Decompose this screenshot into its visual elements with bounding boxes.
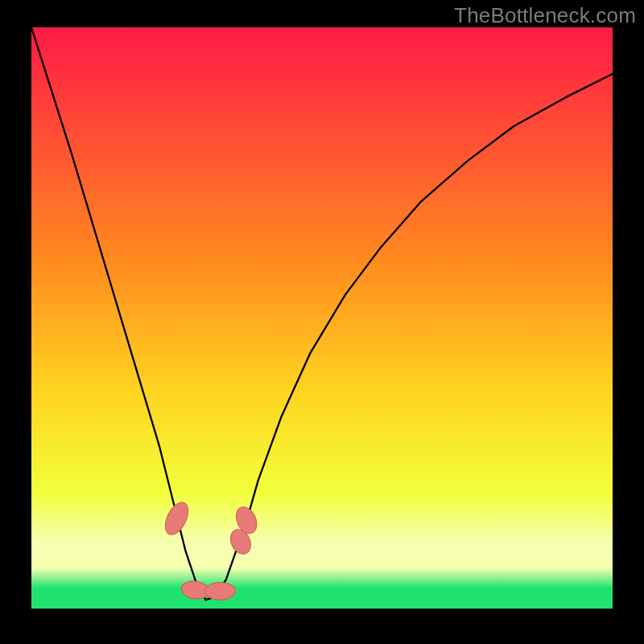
watermark-text: TheBottleneck.com — [454, 3, 636, 28]
gradient-background — [31, 27, 613, 609]
bottleneck-chart — [31, 27, 613, 609]
plot-area — [31, 27, 613, 609]
chart-frame: TheBottleneck.com — [0, 0, 644, 644]
